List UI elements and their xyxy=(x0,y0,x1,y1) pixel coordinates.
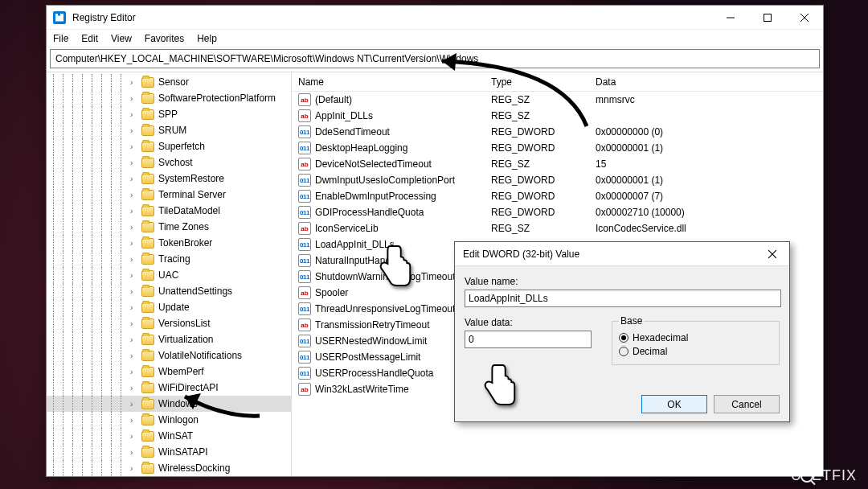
tree-item[interactable]: ›Winlogon xyxy=(47,412,291,428)
tree-item[interactable]: ›VolatileNotifications xyxy=(47,347,291,364)
value-type: REG_SZ xyxy=(491,110,596,121)
folder-icon xyxy=(141,190,154,200)
value-icon xyxy=(298,335,311,347)
folder-icon xyxy=(141,286,154,297)
tree-item-label: Superfetch xyxy=(158,141,205,152)
value-data: IconCodecService.dll xyxy=(596,223,823,234)
value-data-input[interactable] xyxy=(465,331,592,348)
tree-item[interactable]: ›VersionsList xyxy=(47,315,291,331)
value-icon xyxy=(298,270,311,283)
menu-file[interactable]: File xyxy=(53,33,68,44)
tree-item-label: SRUM xyxy=(158,125,186,136)
list-row[interactable]: IconServiceLibREG_SZIconCodecService.dll xyxy=(292,220,823,236)
minimize-button[interactable] xyxy=(712,6,749,30)
chevron-right-icon: › xyxy=(130,110,140,119)
menu-favorites[interactable]: Favorites xyxy=(145,33,184,44)
folder-icon xyxy=(141,158,154,168)
tree-item[interactable]: ›WinSAT xyxy=(47,428,291,444)
tree-item[interactable]: ›Superfetch xyxy=(47,138,291,154)
tree-item[interactable]: ›SPP xyxy=(47,106,291,122)
chevron-right-icon: › xyxy=(130,207,140,216)
close-button[interactable] xyxy=(786,6,823,30)
tree-item[interactable]: ›TileDataModel xyxy=(47,203,291,219)
tree-item[interactable]: ›WirelessDocking xyxy=(47,460,291,476)
tree-item[interactable]: ›WinSATAPI xyxy=(47,444,291,460)
address-bar[interactable]: Computer\HKEY_LOCAL_MACHINE\SOFTWARE\Mic… xyxy=(50,49,820,68)
list-row[interactable]: GDIProcessHandleQuotaREG_DWORD0x00002710… xyxy=(292,204,823,220)
radio-hexadecimal[interactable]: Hexadecimal xyxy=(619,332,772,343)
tree-item-label: WinSATAPI xyxy=(158,446,208,458)
maximize-button[interactable] xyxy=(749,6,786,30)
folder-icon xyxy=(141,399,154,409)
tree-item[interactable]: ›Sensor xyxy=(47,74,291,90)
tree-item-label: SystemRestore xyxy=(158,173,224,184)
value-type: REG_DWORD xyxy=(491,142,596,154)
tree-item[interactable]: ›WbemPerf xyxy=(47,364,291,380)
ok-button[interactable]: OK xyxy=(641,395,707,413)
radio-icon xyxy=(619,333,628,343)
value-type: REG_SZ xyxy=(491,158,596,170)
tree-item[interactable]: ›Time Zones xyxy=(47,219,291,235)
tree-item[interactable]: ›TokenBroker xyxy=(47,235,291,251)
tree-item-label: TokenBroker xyxy=(158,237,212,249)
value-icon xyxy=(298,206,311,219)
column-data[interactable]: Data xyxy=(596,76,823,88)
folder-icon xyxy=(141,431,154,442)
list-row[interactable]: DesktopHeapLoggingREG_DWORD0x00000001 (1… xyxy=(292,140,823,156)
tree-item-label: Virtualization xyxy=(158,334,213,345)
menu-edit[interactable]: Edit xyxy=(81,33,98,44)
tree-item[interactable]: ›Windows xyxy=(47,396,291,412)
value-name: DesktopHeapLogging xyxy=(315,142,491,154)
list-row[interactable]: DdeSendTimeoutREG_DWORD0x00000000 (0) xyxy=(292,124,823,140)
list-row[interactable]: AppInit_DLLsREG_SZ xyxy=(292,108,823,124)
chevron-right-icon: › xyxy=(130,432,140,441)
value-name: EnableDwmInputProcessing xyxy=(315,191,491,202)
list-row[interactable]: DeviceNotSelectedTimeoutREG_SZ15 xyxy=(292,156,823,172)
value-name-input[interactable] xyxy=(465,290,781,307)
folder-icon xyxy=(141,174,154,184)
chevron-right-icon: › xyxy=(130,255,140,264)
cancel-button[interactable]: Cancel xyxy=(714,395,780,413)
list-row[interactable]: DwmInputUsesIoCompletionPortREG_DWORD0x0… xyxy=(292,172,823,188)
chevron-right-icon: › xyxy=(130,319,140,328)
value-name: (Default) xyxy=(315,94,491,105)
value-icon xyxy=(298,367,311,380)
column-type[interactable]: Type xyxy=(491,76,596,88)
tree-item[interactable]: ›SystemRestore xyxy=(47,171,291,187)
tree-item[interactable]: ›WiFiDirectAPI xyxy=(47,380,291,396)
chevron-right-icon: › xyxy=(130,191,140,199)
chevron-right-icon: › xyxy=(130,335,140,344)
tree-item[interactable]: ›Terminal Server xyxy=(47,187,291,203)
tree-item[interactable]: ›SoftwareProtectionPlatform xyxy=(47,90,291,106)
value-icon xyxy=(298,142,311,154)
tree-pane[interactable]: ›Sensor›SoftwareProtectionPlatform›SPP›S… xyxy=(47,72,292,476)
chevron-right-icon: › xyxy=(130,142,140,151)
menu-view[interactable]: View xyxy=(111,33,132,44)
radio-decimal[interactable]: Decimal xyxy=(619,346,772,357)
value-icon xyxy=(298,125,311,138)
folder-icon xyxy=(141,222,154,232)
dialog-close-button[interactable] xyxy=(755,242,789,266)
menu-help[interactable]: Help xyxy=(197,33,217,44)
tree-item-label: VolatileNotifications xyxy=(158,350,242,361)
tree-item[interactable]: ›Update xyxy=(47,299,291,315)
tree-item[interactable]: ›Svchost xyxy=(47,154,291,171)
tree-item[interactable]: ›Tracing xyxy=(47,251,291,267)
tree-item-label: Update xyxy=(158,302,190,313)
tree-item[interactable]: ›Virtualization xyxy=(47,331,291,347)
tree-item-label: Sensor xyxy=(158,76,189,88)
tree-item[interactable]: ›SRUM xyxy=(47,122,291,138)
tree-item-label: Svchost xyxy=(158,157,193,168)
tree-item-label: Time Zones xyxy=(158,221,209,232)
list-row[interactable]: (Default)REG_SZmnmsrvc xyxy=(292,92,823,108)
chevron-right-icon: › xyxy=(130,448,140,457)
value-icon xyxy=(298,302,311,315)
column-name[interactable]: Name xyxy=(298,76,491,88)
value-icon xyxy=(298,383,311,396)
watermark: UETFIX xyxy=(791,467,857,484)
chevron-right-icon: › xyxy=(130,384,140,392)
tree-item[interactable]: ›UAC xyxy=(47,267,291,283)
list-row[interactable]: EnableDwmInputProcessingREG_DWORD0x00000… xyxy=(292,188,823,204)
base-label: Base xyxy=(619,315,644,327)
tree-item[interactable]: ›UnattendSettings xyxy=(47,283,291,299)
